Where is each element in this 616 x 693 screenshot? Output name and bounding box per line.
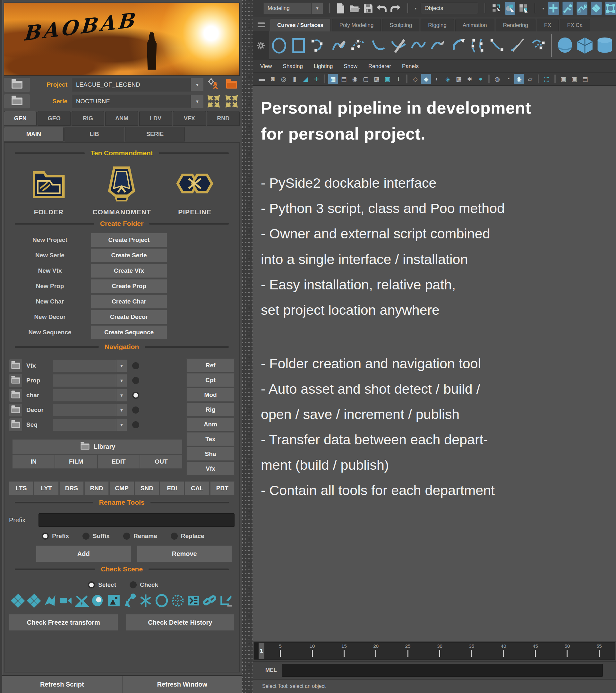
polygon-cylinder-tool[interactable] [595,33,615,58]
suffix-radio-item[interactable]: Suffix [80,533,110,540]
char-radio-selected[interactable] [132,392,139,399]
pipeline-tool-button[interactable] [164,164,225,203]
nurbs-square-tool[interactable] [289,33,309,58]
refresh-script-button[interactable]: Refresh Script [2,676,122,693]
save-scene-button[interactable] [363,2,373,15]
prop-radio[interactable] [132,377,139,384]
replace-radio-item[interactable]: Replace [168,533,204,540]
attach-curves-tool[interactable] [409,33,428,58]
toolbar-separator[interactable] [484,3,485,14]
diamond-cluster-icon[interactable] [11,594,25,608]
tab-anm[interactable]: ANM [105,111,138,126]
prefix-input[interactable] [39,513,235,527]
arc-curve-tool[interactable] [369,33,389,58]
snap-to-grids-button[interactable] [548,2,559,15]
dock-splitter-handle[interactable] [242,0,253,693]
vfx-dept-button[interactable]: Vfx [186,462,235,475]
field-chart-icon[interactable]: ▩ [372,74,381,84]
prop-dropdown[interactable]: ▼ [53,374,127,387]
drs-button[interactable]: DRS [59,481,84,495]
tab-gen[interactable]: GEN [4,111,37,126]
chevron-down-icon[interactable]: ▼ [191,95,204,108]
vfx-dropdown[interactable]: ▼ [53,359,127,372]
shelf-tab-fx-caching[interactable]: FX Ca [560,19,590,32]
chevron-down-icon[interactable]: ▾ [542,6,544,11]
chain-link-icon[interactable] [202,594,217,608]
decor-folder-button[interactable] [9,403,22,417]
shelf-tab-curves-surfaces[interactable]: Curves / Surfaces [270,19,331,32]
select-component-button[interactable] [518,2,529,15]
globe-icon[interactable] [171,594,185,608]
snap-to-points-button[interactable] [577,2,588,15]
menu-lighting[interactable]: Lighting [314,63,333,70]
open-close-curve-tool[interactable] [448,33,468,58]
chevron-down-icon[interactable]: ▼ [116,359,127,372]
lock-camera-icon[interactable]: ◙ [268,74,278,84]
check-freeze-transform-button[interactable]: Check Freeze transform [9,614,118,631]
check-delete-history-button[interactable]: Check Delete History [126,614,235,631]
polygon-cube-tool[interactable] [575,33,595,58]
film-gate-icon[interactable]: ▤ [339,74,349,84]
time-ruler[interactable]: 1 5 10 15 20 25 30 35 40 45 50 55 [254,642,615,660]
polygon-sphere-tool[interactable] [555,33,575,58]
rename-radio[interactable] [123,533,130,540]
swoosh-arrow-icon[interactable] [43,594,57,608]
lyt-button[interactable]: LYT [34,481,58,495]
project-dropdown[interactable]: LEAGUE_OF_LEGEND ▼ [72,78,204,92]
textured-icon[interactable]: ◐ [432,74,442,84]
char-dropdown[interactable]: ▼ [53,389,127,402]
toolbar-separator[interactable] [407,3,408,14]
snap-to-projected-center-button[interactable] [591,2,601,15]
resolution-gate-icon[interactable]: ◉ [350,74,360,84]
seq-folder-button[interactable] [9,418,22,432]
shelf-tab-poly-modeling[interactable]: Poly Modeling [332,19,381,32]
cv-curve-tool[interactable] [309,33,329,58]
create-decor-button[interactable]: Create Decor [91,310,167,324]
check-radio[interactable] [130,581,137,589]
seq-dropdown[interactable]: ▼ [53,418,127,431]
select-camera-icon[interactable]: ▬ [257,74,266,84]
create-sequence-button[interactable]: Create Sequence [91,325,167,339]
image-plane-icon[interactable]: ◢ [301,74,310,84]
offset-curve-tool[interactable] [528,33,548,58]
create-serie-button[interactable]: Create Serie [91,248,167,262]
decor-dropdown[interactable]: ▼ [53,403,127,416]
chevron-down-icon[interactable]: ▾ [415,6,417,11]
insert-knot-tool[interactable] [488,33,508,58]
prefix-radio[interactable] [42,533,49,540]
wireframe-on-shaded-icon[interactable]: ◈ [443,74,453,84]
add-button[interactable]: Add [36,546,131,562]
safe-action-icon[interactable]: ▣ [383,74,392,84]
nurbs-circle-tool[interactable] [269,33,289,58]
pbt-button[interactable]: PBT [210,481,235,495]
edit-button[interactable]: EDIT [98,455,140,469]
snap-to-curves-button[interactable] [562,2,573,15]
rnd-button[interactable]: RND [84,481,109,495]
create-prop-button[interactable]: Create Prop [91,279,167,293]
circle-icon[interactable] [155,594,169,608]
open-scene-button[interactable] [349,2,360,15]
pencil-curve-tool[interactable] [329,33,349,58]
replace-radio[interactable] [171,533,178,540]
project-folder-button[interactable] [4,77,30,92]
lts-button[interactable]: LTS [9,481,33,495]
edi-button[interactable]: EDI [160,481,184,495]
make-live-button[interactable] [605,2,616,15]
menu-panels[interactable]: Panels [402,63,419,70]
bone-pencil-icon[interactable] [218,594,233,608]
tab-rig[interactable]: RIG [72,111,104,126]
cross-arrows-icon[interactable] [75,594,89,608]
chevron-down-icon[interactable]: ▼ [116,389,127,402]
select-hierarchy-button[interactable] [491,2,501,15]
current-frame-marker[interactable]: 1 [259,642,264,659]
tab-serie[interactable]: SERIE [125,127,185,141]
mel-input[interactable] [282,664,603,677]
char-folder-button[interactable] [9,389,22,402]
shelf-tab-sculpting[interactable]: Sculpting [382,19,419,32]
shelf-tab-fx[interactable]: FX [537,19,559,32]
motion-blur-icon[interactable]: ◔ [503,74,513,84]
remove-button[interactable]: Remove [137,546,232,562]
cmp-button[interactable]: CMP [110,481,134,495]
image-icon[interactable] [107,594,121,608]
chevron-down-icon[interactable]: ▼ [116,418,127,431]
